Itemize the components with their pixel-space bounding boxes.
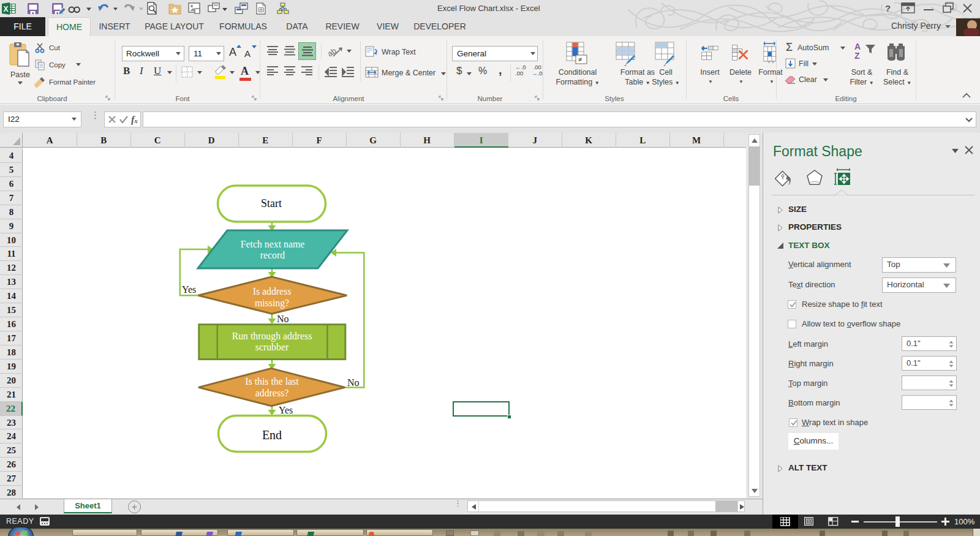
svg-text:Run through address: Run through address (232, 331, 312, 342)
svg-text:No: No (277, 314, 289, 324)
svg-text:Is address: Is address (253, 286, 292, 296)
svg-text:X: X (3, 5, 8, 13)
svg-text:Fetch next name: Fetch next name (241, 239, 304, 249)
svg-text:fx: fx (131, 115, 138, 125)
svg-text:address?: address? (255, 388, 288, 398)
svg-text:missing?: missing? (255, 298, 289, 309)
svg-text:scrubber: scrubber (255, 342, 289, 352)
svg-text:Is this the last: Is this the last (245, 376, 299, 387)
svg-text:End: End (262, 428, 282, 442)
svg-text:ab: ab (328, 46, 338, 59)
svg-text:Yes: Yes (182, 284, 196, 295)
svg-text:Start: Start (261, 197, 282, 209)
svg-text:?: ? (885, 3, 891, 13)
svg-text:No: No (347, 377, 360, 388)
svg-text:Yes: Yes (279, 405, 293, 415)
svg-text:record: record (260, 250, 285, 260)
svg-text:≠: ≠ (578, 56, 582, 63)
